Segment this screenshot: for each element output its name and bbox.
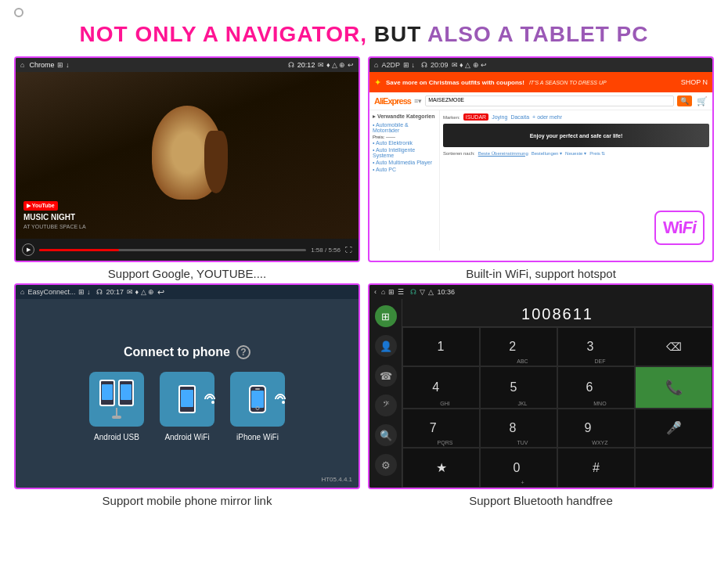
bt-phone-number: 1008611 — [402, 299, 712, 327]
ali-main-banner: Enjoy your perfect and safe car life! — [443, 124, 709, 147]
phone-front — [118, 380, 134, 406]
key-7[interactable]: 7PQRS — [402, 409, 480, 449]
ec-iphone-wifi[interactable]: iPhone WiFi — [230, 372, 285, 441]
ali-sort-orders[interactable]: Bestellungen ▾ — [532, 150, 562, 156]
bt-settings-icon[interactable]: ⚙ — [375, 454, 397, 476]
key-1[interactable]: 1 — [402, 327, 480, 366]
ec-android-wifi-label: Android WiFi — [164, 433, 209, 441]
ali-sidebar: ▸ Verwandte Kategorien • Automobile & Mo… — [369, 110, 440, 250]
status-icons-3: ✉ ♦ △ ⊕ — [127, 288, 154, 296]
play-button[interactable]: ▶ — [22, 243, 34, 256]
yt-logo: ▶ YouTube — [23, 201, 58, 211]
bt-back-icon[interactable]: ‹ — [374, 288, 377, 296]
android-bar-4: ‹ ⌂ ⊞ ☰ ☊ ▽ △ 10:36 — [369, 285, 712, 299]
bt-sidebar: ⊞ 👤 ☎ 𝄢 🔍 ⚙ — [369, 299, 402, 488]
ec-android-usb[interactable]: Android USB — [89, 372, 144, 441]
cell-aliexpress: ⌂ A2DP ⊞ ↓ ☊ 20:09 ✉ ♦ △ ⊕ ↩ ✦ Save more… — [368, 56, 714, 283]
shop-now[interactable]: SHOP N — [681, 78, 708, 86]
key-8[interactable]: 8TUV — [480, 409, 557, 449]
ec-android-wifi[interactable]: Android WiFi — [160, 372, 214, 441]
key-mic[interactable]: 🎤 — [635, 409, 712, 449]
bt-mute-icon[interactable]: 𝄢 — [375, 394, 397, 416]
ali-brands: Marken: ISUDAR Joying Dacaita + oder meh… — [443, 113, 709, 121]
key-6[interactable]: 6MNO — [557, 366, 635, 409]
key-5[interactable]: 5JKL — [480, 366, 557, 409]
ali-cat-1[interactable]: • Automobile & Motorräder — [373, 122, 436, 133]
key-call[interactable]: 📞 — [635, 366, 712, 409]
ali-brand-dacaita[interactable]: Dacaita — [510, 114, 529, 120]
status-icons-2: ✉ ♦ △ ⊕ ↩ — [452, 61, 488, 69]
star-icon: ✦ — [374, 77, 381, 88]
ali-cat-5[interactable]: • Auto Multimedia Player — [373, 160, 436, 165]
back-icon-3[interactable]: ↩ — [157, 287, 164, 297]
page-title: NOT ONLY A NAVIGATOR, BUT ALSO A TABLET … — [0, 0, 728, 56]
title-part-2: BUT — [374, 22, 427, 46]
ali-cat-2: Preis: —— — [373, 135, 436, 139]
backspace-icon: ⌫ — [666, 340, 682, 353]
time-4: 10:36 — [437, 288, 455, 296]
call-icon: 📞 — [665, 379, 683, 396]
ali-content: ✦ Save more on Christmas outfits with co… — [369, 72, 712, 261]
ec-help-icon[interactable]: ? — [236, 345, 250, 359]
bt-apps-icon: ⊞ — [388, 288, 395, 296]
ali-sort-new[interactable]: Neueste ▾ — [565, 150, 586, 156]
ali-brand-isudar[interactable]: ISUDAR — [463, 113, 488, 121]
title-part-1: NOT ONLY A NAVIGATOR, — [80, 22, 374, 46]
ali-cat-4[interactable]: • Auto Intelligente Systeme — [373, 147, 436, 158]
ali-sort-best[interactable]: Beste Übereinstimmung — [478, 151, 528, 156]
screen-youtube: ⌂ Chrome ⊞ ↓ ☊ 20:12 ✉ ♦ △ ⊕ ↩ ▶ YouTube… — [14, 56, 360, 262]
key-3-digit: 3 — [587, 340, 594, 354]
key-empty — [635, 448, 712, 488]
key-9[interactable]: 9WXYZ — [557, 409, 635, 449]
ali-search-input[interactable]: MAISEZMO0E — [425, 95, 674, 106]
key-7-digit: 7 — [430, 421, 437, 435]
android-wifi-screen — [181, 390, 193, 407]
bt-call-log-icon[interactable]: ☎ — [375, 365, 397, 387]
ali-cat-6[interactable]: • Auto PC — [373, 167, 436, 172]
cell-bluetooth: ‹ ⌂ ⊞ ☰ ☊ ▽ △ 10:36 ⊞ 👤 ☎ 𝄢 🔍 ⚙ — [368, 283, 714, 510]
key-4[interactable]: 4GHI — [402, 366, 480, 409]
fullscreen-icon[interactable]: ⛶ — [345, 246, 352, 254]
ali-sort-price[interactable]: Preis ⇅ — [589, 150, 605, 156]
ali-search-btn[interactable]: 🔍 — [677, 95, 692, 106]
bt-dialpad-icon[interactable]: ⊞ — [375, 305, 397, 327]
phone-pair — [99, 380, 134, 406]
ec-version: HT05.4.4.1 — [321, 476, 352, 483]
wifi-badge: WiFi — [654, 211, 705, 245]
time-2: 20:09 — [431, 61, 449, 69]
show-venue: AT YOUTUBE SPACE LA — [23, 223, 86, 231]
caption-youtube: Support Google, YOUTUBE.... — [108, 262, 266, 283]
ali-brand-more[interactable]: + oder mehr — [532, 114, 562, 120]
ali-brand-joying[interactable]: Joying — [492, 114, 507, 120]
ali-cat-3[interactable]: • Auto Elektronik — [373, 140, 436, 146]
ali-menu[interactable]: ≡▾ — [414, 97, 422, 105]
main-grid: ⌂ Chrome ⊞ ↓ ☊ 20:12 ✉ ♦ △ ⊕ ↩ ▶ YouTube… — [0, 56, 728, 510]
key-2[interactable]: 2ABC — [480, 327, 557, 366]
icons-1: ⊞ ↓ — [57, 61, 69, 69]
ec-android-usb-label: Android USB — [94, 433, 139, 441]
key-star[interactable]: ★ — [402, 448, 480, 488]
key-hash[interactable]: # — [557, 448, 635, 488]
bt-search-icon[interactable]: 🔍 — [375, 424, 397, 446]
bt-contact-icon[interactable]: 👤 — [375, 335, 397, 357]
bt-wifi-icon: ▽ — [420, 288, 425, 296]
key-1-digit: 1 — [438, 340, 445, 354]
show-title: MUSIC NIGHT — [23, 212, 86, 223]
status-icons-1: ✉ ♦ △ ⊕ ↩ — [318, 61, 354, 69]
progress-bar[interactable] — [39, 249, 306, 251]
key-0[interactable]: 0+ — [480, 448, 557, 488]
home-icon-2: ⌂ — [374, 61, 378, 69]
iphone-home — [256, 406, 260, 410]
key-star-digit: ★ — [436, 460, 447, 475]
ec-iphone-wifi-label: iPhone WiFi — [236, 433, 279, 441]
video-overlay: ▶ YouTube MUSIC NIGHT AT YOUTUBE SPACE L… — [23, 201, 86, 231]
phone-screen-back — [102, 384, 113, 400]
cell-easyconnect: ⌂ EasyConnect... ⊞ ↓ ☊ 20:17 ✉ ♦ △ ⊕ ↩ C… — [14, 283, 360, 510]
key-backspace[interactable]: ⌫ — [635, 327, 712, 366]
iphone-shape — [249, 385, 266, 413]
time-1: 20:12 — [297, 61, 315, 69]
ali-cart-icon[interactable]: 🛒 — [697, 96, 708, 106]
video-bottom-bar[interactable]: ▶ 1:58 / 5:56 ⛶ — [16, 239, 359, 261]
key-3[interactable]: 3DEF — [557, 327, 635, 366]
key-6-digit: 6 — [586, 380, 593, 394]
